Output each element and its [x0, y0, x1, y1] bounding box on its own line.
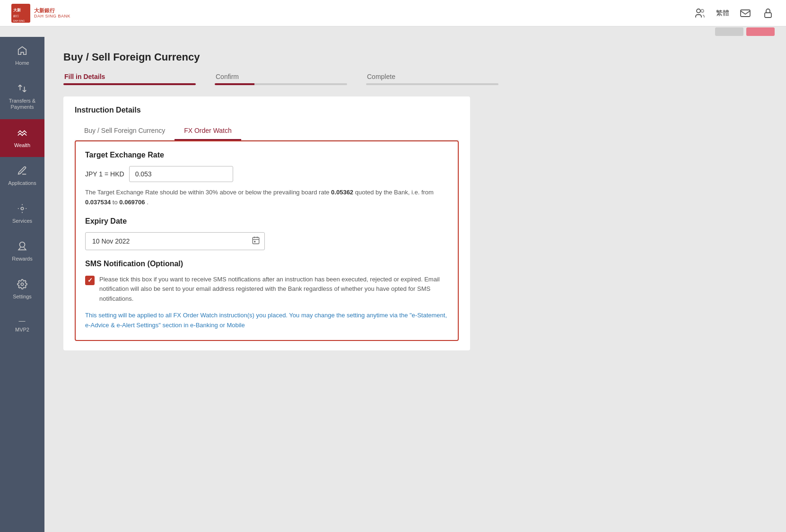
mail-icon[interactable] [739, 7, 752, 20]
step-3-label: Complete [366, 73, 395, 80]
wealth-icon [17, 128, 27, 140]
target-exchange-rate-heading: Target Exchange Rate [85, 151, 448, 159]
users-icon[interactable] [693, 7, 707, 20]
svg-text:銀行: 銀行 [13, 15, 19, 17]
instruction-details-section: Instruction Details Buy / Sell Foreign C… [63, 96, 470, 350]
badge-pink [746, 27, 775, 36]
rewards-icon [17, 241, 27, 253]
sms-notification-heading: SMS Notification (Optional) [85, 260, 448, 268]
transfers-icon [17, 83, 27, 95]
sms-note-text: Please tick this box if you want to rece… [99, 275, 448, 304]
svg-point-8 [21, 207, 24, 210]
language-button[interactable]: 繁體 [716, 9, 729, 17]
svg-rect-7 [765, 13, 771, 17]
sidebar: Home Transfers & Payments Wealth [0, 37, 44, 532]
tab-buy-sell[interactable]: Buy / Sell Foreign Currency [75, 122, 175, 140]
sms-note2-text: This setting will be applied to all FX O… [85, 311, 448, 331]
rate-input[interactable] [129, 166, 233, 182]
expiry-date-input[interactable] [85, 232, 265, 250]
svg-point-5 [701, 9, 704, 12]
svg-text:DAH SING: DAH SING [13, 19, 25, 22]
instruction-details-title: Instruction Details [75, 106, 459, 114]
step-3-bar [366, 83, 498, 85]
sms-checkbox-row: ✓ Please tick this box if you want to re… [85, 275, 448, 304]
page-title: Buy / Sell Foreign Currency [63, 51, 767, 63]
home-icon [17, 45, 27, 57]
main-layout: Home Transfers & Payments Wealth [0, 37, 786, 532]
top-header: 大新 銀行 DAH SING 大新銀行 DAH SING BANK 繁體 [0, 0, 786, 26]
applications-icon [17, 166, 27, 177]
tabs-container: Buy / Sell Foreign Currency FX Order Wat… [75, 122, 459, 140]
sidebar-item-settings[interactable]: Settings [0, 270, 44, 308]
svg-point-4 [697, 9, 700, 13]
settings-icon [17, 279, 27, 291]
currency-label: JPY 1 = HKD [85, 170, 124, 178]
sms-checkbox[interactable]: ✓ [85, 276, 95, 285]
sidebar-item-mvp2-label: MVP2 [15, 327, 29, 333]
fx-order-watch-form: Target Exchange Rate JPY 1 = HKD The Tar… [75, 140, 459, 341]
expiry-date-section: Expiry Date [85, 217, 448, 250]
sidebar-item-transfers-label: Transfers & Payments [4, 98, 41, 110]
logo-area: 大新 銀行 DAH SING 大新銀行 DAH SING BANK [11, 4, 70, 23]
sidebar-item-services-label: Services [12, 218, 32, 224]
tab-fx-order-watch[interactable]: FX Order Watch [175, 122, 241, 140]
sidebar-item-services[interactable]: Services [0, 195, 44, 233]
sidebar-item-settings-label: Settings [13, 294, 32, 300]
svg-point-10 [21, 283, 24, 286]
lock-icon[interactable] [761, 7, 775, 20]
step-2-label: Confirm [215, 73, 239, 80]
step-confirm: Confirm [215, 73, 347, 85]
date-input-wrapper [85, 232, 265, 250]
main-content: Buy / Sell Foreign Currency Fill in Deta… [44, 37, 786, 532]
sidebar-item-wealth[interactable]: Wealth [0, 119, 44, 157]
svg-point-9 [20, 242, 25, 247]
header-right: 繁體 [693, 7, 775, 20]
sidebar-item-transfers[interactable]: Transfers & Payments [0, 75, 44, 119]
sidebar-item-home[interactable]: Home [0, 37, 44, 75]
step-complete: Complete [366, 73, 498, 85]
svg-text:大新: 大新 [13, 8, 21, 12]
sms-notification-section: SMS Notification (Optional) ✓ Please tic… [85, 260, 448, 331]
step-1-label: Fill in Details [63, 73, 105, 80]
step-1-bar [63, 83, 196, 85]
step-fill-in-details: Fill in Details [63, 73, 196, 85]
sidebar-item-rewards-label: Rewards [12, 256, 32, 262]
sidebar-item-mvp2[interactable]: — MVP2 [0, 309, 44, 341]
step-2-bar [215, 83, 347, 85]
target-exchange-rate-section: Target Exchange Rate JPY 1 = HKD The Tar… [85, 151, 448, 208]
services-icon [17, 203, 27, 215]
rate-row: JPY 1 = HKD [85, 166, 448, 182]
steps-container: Fill in Details Confirm Complete [63, 73, 767, 85]
check-mark: ✓ [87, 277, 93, 284]
sidebar-item-rewards[interactable]: Rewards [0, 233, 44, 270]
sidebar-item-applications-label: Applications [8, 180, 36, 186]
sidebar-item-home-label: Home [15, 60, 29, 66]
bank-name-en: DAH SING BANK [34, 14, 70, 19]
badge-gray [715, 27, 743, 36]
sidebar-item-applications[interactable]: Applications [0, 157, 44, 195]
bank-name-cn: 大新銀行 [34, 8, 70, 14]
svg-rect-6 [741, 10, 750, 17]
bank-logo: 大新 銀行 DAH SING [11, 4, 30, 23]
mvp2-icon: — [19, 317, 26, 324]
expiry-date-heading: Expiry Date [85, 217, 448, 226]
rate-note: The Target Exchange Rate should be withi… [85, 188, 448, 208]
sidebar-item-wealth-label: Wealth [14, 142, 30, 148]
